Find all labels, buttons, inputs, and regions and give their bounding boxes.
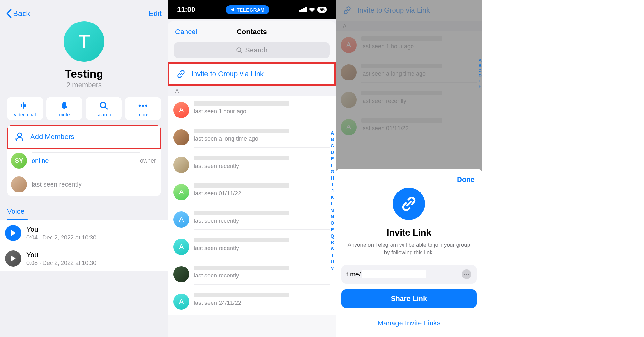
index-letter[interactable]: A [330,130,334,136]
invite-link-heading: Invite Link [336,228,482,238]
avatar [11,176,27,192]
svg-point-18 [466,274,467,275]
group-avatar[interactable]: T [64,21,104,62]
index-letter[interactable]: T [330,252,334,258]
index-letter[interactable]: U [330,259,334,265]
index-letter[interactable]: S [330,246,334,252]
more-label: more [125,112,161,117]
contact-status: last seen recently [194,163,330,170]
contact-row[interactable]: last seen recently [168,260,336,288]
add-members-button[interactable]: Add Members [7,125,161,149]
contact-row[interactable]: Alast seen recently [168,206,336,233]
add-person-icon [14,132,24,142]
back-button[interactable]: Back [6,9,30,18]
video-chat-label: video chat [7,112,43,117]
contact-name-redacted [194,129,289,133]
link-field[interactable]: t.me/ [341,265,477,284]
index-letter: B [479,63,482,68]
contact-row[interactable]: Alast seen 01/11/22 [168,178,336,206]
avatar [173,266,189,282]
contacts-panel: 11:00 TELEGRAM 55 Cancel Contacts Search… [168,0,336,337]
index-letter[interactable]: G [330,169,334,174]
avatar: A [173,102,189,118]
contact-row[interactable]: Alast seen recently [168,233,336,260]
avatar [173,157,189,173]
link-options-button[interactable] [462,269,471,279]
wifi-icon [309,7,315,12]
more-icon [125,101,161,110]
index-letter[interactable]: E [330,156,334,162]
svg-rect-2 [24,104,26,107]
index-letter[interactable]: J [330,188,334,194]
index-letter[interactable]: K [330,194,334,200]
status-right: 55 [299,7,327,13]
voice-item[interactable]: You0:04 · Dec 2, 2022 at 10:30 [0,220,168,246]
contact-status: last seen 1 hour ago [194,108,330,115]
contact-row[interactable]: last seen a long time ago [168,124,336,151]
video-chat-button[interactable]: video chat [7,97,43,120]
cancel-button[interactable]: Cancel [175,28,197,36]
member-row[interactable]: last seen recently [7,173,161,196]
index-letter[interactable]: R [330,239,334,245]
svg-line-16 [240,51,242,53]
contact-row[interactable]: Alast seen 24/11/22 [168,288,336,315]
index-letter: C [479,68,482,73]
invite-link-description: Anyone on Telegram will be able to join … [345,241,473,257]
index-letter[interactable]: V [330,265,334,271]
edit-button[interactable]: Edit [148,9,162,18]
done-button[interactable]: Done [336,169,482,184]
index-letter[interactable]: L [330,201,334,207]
contact-name-redacted [194,238,289,242]
member-row[interactable]: SY online owner [7,149,161,173]
svg-point-6 [142,105,144,107]
index-letter: A [479,58,482,63]
svg-rect-14 [305,7,307,12]
avatar: A [173,239,189,255]
index-letter: E [479,79,482,84]
index-letter[interactable]: Q [330,233,334,239]
share-link-button[interactable]: Share Link [341,289,477,308]
mute-label: mute [46,112,82,117]
more-button[interactable]: more [125,97,161,120]
index-letter[interactable]: H [330,175,334,181]
index-rail[interactable]: ABCDEFGHIJKLMNOPQRSTUV [330,130,334,271]
link-prefix: t.me/ [346,271,361,278]
index-rail: ABCDEF [479,58,482,89]
add-members-label: Add Members [30,133,74,141]
contact-name-redacted [194,101,289,106]
mute-button[interactable]: mute [46,97,82,120]
index-letter[interactable]: I [330,182,334,187]
member-count: 2 members [0,81,168,89]
index-letter[interactable]: M [330,207,334,213]
search-placeholder: Search [245,46,268,54]
index-letter[interactable]: B [330,136,334,142]
bell-icon [46,101,82,110]
search-button[interactable]: search [86,97,122,120]
avatar [173,129,189,145]
avatar: A [173,211,189,228]
svg-rect-0 [23,102,24,109]
contact-name-redacted [194,156,289,160]
invite-via-link-label: Invite to Group via Link [191,70,264,78]
member-status: online [32,157,140,164]
index-letter[interactable]: O [330,220,334,226]
contact-row[interactable]: Alast seen 1 hour ago [168,96,336,124]
index-letter[interactable]: D [330,149,334,155]
search-input[interactable]: Search [174,42,330,58]
search-label: search [86,112,122,117]
play-icon[interactable] [5,250,21,267]
invite-link-sheet: Done Invite Link Anyone on Telegram will… [336,169,482,337]
index-letter[interactable]: C [330,143,334,149]
manage-links-button[interactable]: Manage Invite Links [336,319,482,327]
voice-item[interactable]: You0:08 · Dec 2, 2022 at 10:30 [0,246,168,271]
index-letter[interactable]: F [330,162,334,168]
contact-row[interactable]: last seen recently [168,151,336,178]
link-suffix-redacted [362,270,426,278]
index-letter[interactable]: N [330,214,334,220]
member-role: owner [140,157,156,164]
play-icon[interactable] [5,225,21,241]
signal-icon [299,7,307,12]
index-letter[interactable]: P [330,227,334,232]
voice-tab[interactable]: Voice [7,207,24,220]
invite-via-link-button[interactable]: Invite to Group via Link [168,62,336,86]
